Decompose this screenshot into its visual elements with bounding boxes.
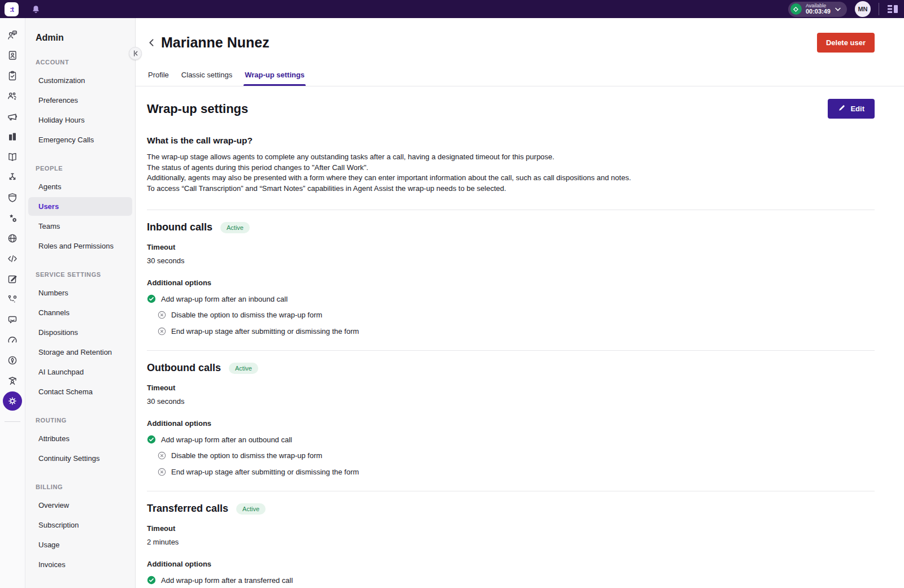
status-badge: Active — [236, 503, 266, 515]
sidebar-item-dispositions[interactable]: Dispositions — [28, 323, 132, 342]
rail-item-megaphone[interactable] — [0, 106, 25, 127]
dashboard-icon — [3, 127, 22, 146]
tab-classic-settings[interactable]: Classic settings — [180, 67, 233, 86]
sidebar-item-subscription[interactable]: Subscription — [28, 516, 132, 534]
megaphone-icon — [3, 107, 22, 126]
intro-line: Additionally, agents may also be present… — [147, 173, 875, 184]
rail-item-shield[interactable] — [0, 188, 25, 208]
notifications-bell-icon[interactable] — [31, 5, 41, 14]
option-disabled: Disable the option to dismiss the wrap-u… — [158, 451, 875, 460]
rail-item-gauge[interactable] — [0, 330, 25, 350]
rail-item-compass[interactable] — [0, 350, 25, 371]
rail-item-journey[interactable] — [0, 289, 25, 310]
edit-button[interactable]: Edit — [828, 99, 875, 119]
rail-item-flow[interactable] — [0, 167, 25, 188]
status-badge: Active — [220, 222, 250, 233]
sidebar-item-usage[interactable]: Usage — [28, 535, 132, 554]
timeout-label: Timeout — [147, 243, 875, 251]
rail-item-dashboard[interactable] — [0, 127, 25, 147]
sidebar-item-teams[interactable]: Teams — [28, 217, 132, 236]
wrapup-sections: Inbound callsActiveTimeout30 secondsAddi… — [147, 210, 875, 588]
rail-item-agent-conversation[interactable] — [0, 25, 25, 45]
sidebar-item-invoices[interactable]: Invoices — [28, 555, 132, 574]
side-panel-toggle-icon[interactable] — [887, 4, 898, 14]
sidebar-collapse-button[interactable] — [129, 47, 142, 60]
rail-item-trainer[interactable] — [0, 371, 25, 391]
sidebar-item-attributes[interactable]: Attributes — [28, 429, 132, 448]
tab-profile[interactable]: Profile — [147, 67, 170, 86]
rail-divider — [5, 421, 20, 422]
crossed-circle-icon — [158, 468, 166, 476]
sidebar-nav: ACCOUNTCustomizationPreferencesHoliday H… — [25, 59, 135, 574]
rail-item-chat[interactable] — [0, 310, 25, 330]
admin-sidebar: Admin ACCOUNTCustomizationPreferencesHol… — [25, 18, 136, 588]
main-content: Marianne Nunez Delete user ProfileClassi… — [136, 18, 904, 588]
rail-item-apps-gear[interactable] — [0, 208, 25, 228]
option-enabled: Add wrap-up form after an inbound call — [147, 294, 875, 303]
compass-icon — [3, 351, 22, 370]
option-enabled: Add wrap-up form after a transferred cal… — [147, 576, 875, 585]
sidebar-item-customization[interactable]: Customization — [28, 71, 132, 90]
rail-item-contacts[interactable] — [0, 45, 25, 66]
knowledge-book-icon — [3, 147, 22, 167]
crossed-circle-icon — [158, 327, 166, 336]
sidebar-item-overview[interactable]: Overview — [28, 496, 132, 515]
team-star-icon — [3, 86, 22, 106]
chat-icon — [3, 310, 22, 329]
globe-icon — [3, 229, 22, 248]
timeout-value: 30 seconds — [147, 256, 875, 265]
timeout-label: Timeout — [147, 384, 875, 392]
nav-section-service-settings: SERVICE SETTINGS — [36, 271, 125, 278]
top-bar: :t Available 00:03:49 MN — [0, 0, 904, 18]
timeout-label: Timeout — [147, 524, 875, 533]
sidebar-item-agents[interactable]: Agents — [28, 177, 132, 196]
settings-gear-icon — [3, 391, 22, 411]
clipboard-check-icon — [3, 66, 22, 85]
rail-item-knowledge-book[interactable] — [0, 147, 25, 167]
rail-item-compose[interactable] — [0, 269, 25, 289]
sidebar-item-emergency-calls[interactable]: Emergency Calls — [28, 130, 132, 149]
agent-conversation-icon — [3, 25, 22, 45]
option-label: Disable the option to dismiss the wrap-u… — [171, 311, 322, 319]
panel-heading: Wrap-up settings — [147, 102, 248, 116]
sidebar-item-channels[interactable]: Channels — [28, 303, 132, 322]
tab-bar: ProfileClassic settingsWrap-up settings — [147, 67, 875, 86]
sidebar-item-storage-and-retention[interactable]: Storage and Retention — [28, 343, 132, 361]
sidebar-item-users[interactable]: Users — [28, 197, 132, 216]
talkdesk-logo[interactable]: :t — [5, 2, 19, 16]
option-label: Add wrap-up form after an outbound call — [161, 435, 292, 444]
intro-text: The wrap-up stage allows agents to compl… — [147, 152, 875, 194]
tab-wrap-up-settings[interactable]: Wrap-up settings — [244, 67, 306, 86]
intro-line: To access “Call Transcription” and “Smar… — [147, 184, 875, 194]
option-enabled: Add wrap-up form after an outbound call — [147, 435, 875, 444]
agent-status-selector[interactable]: Available 00:03:49 — [788, 2, 847, 17]
back-chevron-icon[interactable] — [147, 38, 157, 47]
sidebar-item-ai-launchpad[interactable]: AI Launchpad — [28, 363, 132, 381]
delete-user-button[interactable]: Delete user — [817, 33, 875, 53]
status-texts: Available 00:03:49 — [806, 3, 831, 15]
section-title: Transferred calls — [147, 503, 228, 515]
app-icon-rail — [0, 18, 25, 588]
sidebar-item-holiday-hours[interactable]: Holiday Hours — [28, 111, 132, 129]
sidebar-item-roles-and-permissions[interactable]: Roles and Permissions — [28, 237, 132, 255]
rail-item-clipboard-check[interactable] — [0, 66, 25, 86]
option-disabled: End wrap-up stage after submitting or di… — [158, 327, 875, 336]
check-circle-icon — [147, 294, 156, 303]
rail-item-globe[interactable] — [0, 228, 25, 249]
title-row: Marianne Nunez Delete user — [147, 33, 875, 53]
user-avatar[interactable]: MN — [855, 1, 871, 17]
sidebar-title: Admin — [25, 33, 135, 43]
sidebar-item-numbers[interactable]: Numbers — [28, 284, 132, 302]
rail-item-settings-gear[interactable] — [0, 391, 25, 411]
sidebar-item-preferences[interactable]: Preferences — [28, 91, 132, 110]
options-label: Additional options — [147, 560, 875, 568]
sidebar-item-contact-schema[interactable]: Contact Schema — [28, 382, 132, 401]
shield-icon — [3, 188, 22, 207]
wrapup-intro: What is the call wrap-up? The wrap-up st… — [147, 136, 875, 194]
sidebar-item-continuity-settings[interactable]: Continuity Settings — [28, 449, 132, 468]
wrapup-settings-panel: Wrap-up settings Edit What is the call w… — [136, 86, 904, 588]
option-disabled: Disable the option to dismiss the wrap-u… — [158, 311, 875, 319]
option-label: Add wrap-up form after an inbound call — [161, 295, 288, 303]
rail-item-code[interactable] — [0, 249, 25, 269]
rail-item-team-star[interactable] — [0, 86, 25, 106]
